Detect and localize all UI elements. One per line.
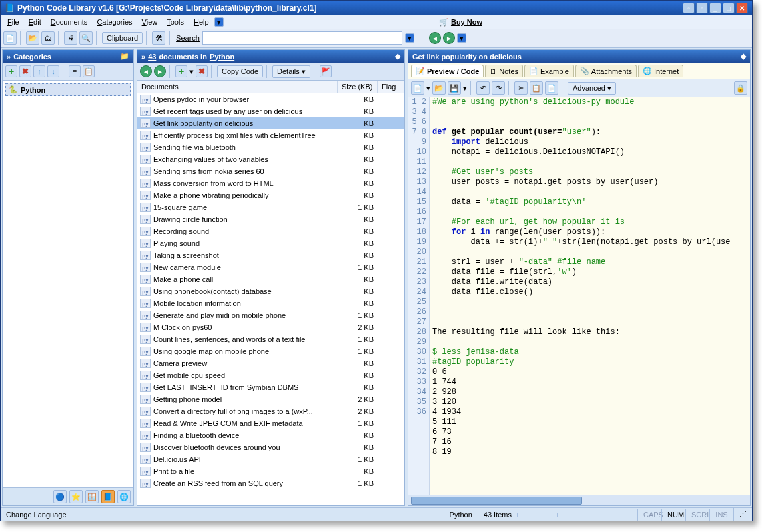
- tray-icon-5[interactable]: 🌐: [117, 490, 131, 503]
- lock-icon[interactable]: 🔒: [734, 81, 747, 95]
- docs-delete-icon[interactable]: ✖: [196, 65, 208, 77]
- document-row[interactable]: pyCamera previewKB: [137, 357, 404, 369]
- cut-icon[interactable]: ✂: [514, 81, 528, 95]
- sys-btn-2[interactable]: ▫: [696, 3, 708, 13]
- document-row[interactable]: pyPrint to a fileKB: [137, 465, 404, 477]
- document-row[interactable]: pyRead & Write JPEG COM and EXIF metadat…: [137, 417, 404, 429]
- col-documents[interactable]: Documents: [137, 81, 338, 93]
- code-save-icon[interactable]: 💾: [448, 81, 461, 95]
- document-row[interactable]: pyUsing google map on mobile phone1 KB: [137, 345, 404, 357]
- search-input[interactable]: [206, 34, 399, 42]
- tray-icon-4[interactable]: 📘: [101, 490, 115, 503]
- document-row[interactable]: pyCount lines, sentences, and words of a…: [137, 333, 404, 345]
- document-row[interactable]: pyMobile location informationKB: [137, 297, 404, 309]
- close-button[interactable]: ✕: [736, 3, 748, 13]
- menu-edit[interactable]: Edit: [25, 17, 45, 27]
- folder-icon[interactable]: 📁: [120, 52, 129, 61]
- tray-icon-3[interactable]: 🪟: [85, 490, 99, 503]
- document-row[interactable]: pyGet mobile cpu speedKB: [137, 369, 404, 381]
- tab-notes[interactable]: 🗒Notes: [485, 65, 523, 77]
- menu-documents[interactable]: Documents: [47, 17, 92, 27]
- docs-header-icon[interactable]: ◆: [395, 52, 400, 61]
- details-button[interactable]: Details ▾: [272, 65, 310, 78]
- cat-down-icon[interactable]: ↓: [47, 65, 59, 77]
- document-row[interactable]: pyFinding a bluetooth deviceKB: [137, 429, 404, 441]
- nav-fwd-icon[interactable]: ►: [443, 32, 455, 44]
- document-row[interactable]: pyDel.icio.us API1 KB: [137, 453, 404, 465]
- code-header-icon[interactable]: ◆: [741, 52, 746, 61]
- document-row[interactable]: pyConvert a directory full of png images…: [137, 405, 404, 417]
- cat-sort-icon[interactable]: ≡: [69, 65, 81, 77]
- menu-tools[interactable]: Tools: [163, 17, 188, 27]
- menu-help[interactable]: Help: [189, 17, 213, 27]
- document-row[interactable]: pyUsing phonebook(contact) databaseKB: [137, 285, 404, 297]
- document-row[interactable]: pyNew camera module1 KB: [137, 261, 404, 273]
- document-row[interactable]: pySending file via bluetoothKB: [137, 141, 404, 153]
- tab-internet[interactable]: 🌐Internet: [638, 65, 683, 77]
- document-row[interactable]: pyGenerate and play midi on mobile phone…: [137, 309, 404, 321]
- nav-dropdown-icon[interactable]: ▾: [457, 33, 466, 43]
- docs-add-icon[interactable]: +: [175, 65, 187, 77]
- menu-dropdown-icon[interactable]: ▾: [214, 17, 224, 27]
- document-row[interactable]: pyGet recent tags used by any user on de…: [137, 105, 404, 117]
- menu-file[interactable]: File: [3, 17, 23, 27]
- tab-attachments[interactable]: 📎Attachments: [575, 65, 637, 77]
- sys-btn-1[interactable]: ▫: [683, 3, 695, 13]
- docs-fwd-icon[interactable]: ►: [154, 65, 166, 77]
- code-hscroll[interactable]: [408, 495, 750, 505]
- document-row[interactable]: pyDrawing circle functionKB: [137, 213, 404, 225]
- new-icon[interactable]: 📄: [3, 31, 17, 45]
- tray-icon-2[interactable]: ⭐: [69, 490, 83, 503]
- document-row[interactable]: pySending sms from nokia series 60KB: [137, 165, 404, 177]
- undo-icon[interactable]: ↶: [476, 81, 490, 95]
- minimize-button[interactable]: _: [709, 3, 721, 13]
- document-row[interactable]: pyGet LAST_INSERT_ID from Symbian DBMSKB: [137, 381, 404, 393]
- document-row[interactable]: pyEfficiently process big xml files with…: [137, 129, 404, 141]
- docs-count-link[interactable]: 43: [148, 53, 156, 61]
- cat-delete-icon[interactable]: ✖: [19, 65, 31, 77]
- tab-example[interactable]: 📄Example: [524, 65, 574, 77]
- docs-flag-icon[interactable]: 🚩: [320, 65, 332, 77]
- code-open-icon[interactable]: 📂: [432, 81, 446, 95]
- document-row[interactable]: pyGet link popularity on deliciousKB: [137, 117, 404, 129]
- col-flag[interactable]: Flag: [378, 81, 404, 93]
- search-box[interactable]: [202, 31, 402, 45]
- document-row[interactable]: pyTaking a screenshotKB: [137, 249, 404, 261]
- advanced-button[interactable]: Advanced ▾: [568, 82, 616, 95]
- document-row[interactable]: pyMass conversion from word to HTMLKB: [137, 177, 404, 189]
- status-change-lang[interactable]: Change Language: [1, 509, 72, 521]
- col-size[interactable]: Size (KB): [338, 81, 378, 93]
- document-row[interactable]: pyRecording soundKB: [137, 225, 404, 237]
- tree-item-python[interactable]: 🐍 Python: [5, 83, 131, 96]
- code-text[interactable]: #We are using python's delicious-py modu…: [430, 97, 750, 495]
- docs-back-icon[interactable]: ◄: [140, 65, 152, 77]
- paste-icon[interactable]: 📄: [545, 81, 558, 95]
- document-row[interactable]: pyCreate an RSS feed from an SQL query1 …: [137, 477, 404, 489]
- docs-add-dropdown[interactable]: ▾: [189, 67, 194, 76]
- document-row[interactable]: pyPlaying soundKB: [137, 237, 404, 249]
- tray-icon-1[interactable]: 🔵: [53, 490, 67, 503]
- resize-grip[interactable]: ⋰: [733, 508, 752, 521]
- menu-view[interactable]: View: [138, 17, 162, 27]
- document-row[interactable]: pyDiscover bluetooth devices around youK…: [137, 441, 404, 453]
- buy-now-link[interactable]: Buy Now: [451, 18, 482, 26]
- clipboard-button[interactable]: Clipboard: [102, 32, 143, 44]
- nav-back-icon[interactable]: ◄: [429, 32, 441, 44]
- tools-icon[interactable]: 🛠: [152, 31, 165, 45]
- printpreview-icon[interactable]: 🔍: [79, 31, 93, 45]
- search-dropdown-icon[interactable]: ▾: [405, 33, 414, 43]
- document-row[interactable]: pyGetting phone model2 KB: [137, 393, 404, 405]
- document-row[interactable]: py15-square game1 KB: [137, 201, 404, 213]
- maximize-button[interactable]: □: [723, 3, 735, 13]
- document-row[interactable]: pyMake a phone vibrating periodicallyKB: [137, 189, 404, 201]
- document-row[interactable]: pyOpens pydoc in your browserKB: [137, 93, 404, 105]
- tab-preview-code[interactable]: 📝Preview / Code: [411, 65, 484, 77]
- docs-category-link[interactable]: Python: [210, 53, 234, 61]
- copy-icon[interactable]: 📋: [530, 81, 543, 95]
- redo-icon[interactable]: ↷: [492, 81, 505, 95]
- cat-up-icon[interactable]: ↑: [33, 65, 45, 77]
- print-icon[interactable]: 🖨: [64, 31, 77, 45]
- copy-code-button[interactable]: Copy Code: [217, 65, 263, 77]
- code-new-icon[interactable]: 📄: [411, 81, 424, 95]
- cat-add-icon[interactable]: +: [5, 65, 17, 77]
